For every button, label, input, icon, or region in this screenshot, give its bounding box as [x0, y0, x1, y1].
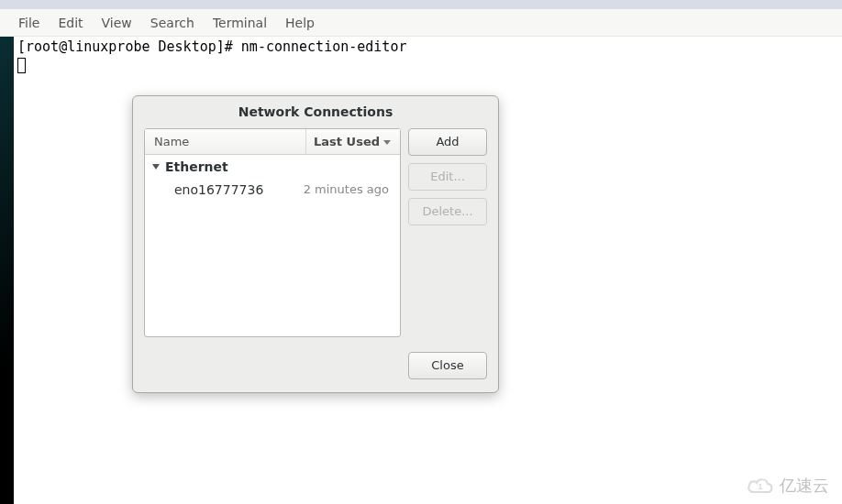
window-chrome-top	[0, 0, 842, 9]
network-connections-dialog: Network Connections Name Last Used Ether…	[132, 95, 499, 393]
menu-edit[interactable]: Edit	[49, 12, 92, 34]
watermark-text: 亿速云	[780, 475, 829, 497]
dialog-title: Network Connections	[133, 96, 498, 128]
column-header-name[interactable]: Name	[145, 129, 306, 154]
menu-terminal[interactable]: Terminal	[204, 12, 276, 34]
terminal-window: File Edit View Search Terminal Help	[0, 9, 842, 37]
terminal-cursor	[17, 58, 26, 73]
edit-button: Edit...	[408, 163, 487, 191]
terminal-prompt: [root@linuxprobe Desktop]#	[17, 38, 241, 55]
terminal-command: nm-connection-editor	[241, 38, 407, 55]
list-rows: Ethernet eno16777736 2 minutes ago	[145, 155, 400, 336]
list-header: Name Last Used	[145, 129, 400, 155]
connection-name: eno16777736	[174, 182, 304, 197]
connection-group-label: Ethernet	[165, 159, 228, 174]
menu-help[interactable]: Help	[276, 12, 324, 34]
expander-icon[interactable]	[152, 164, 160, 170]
menu-file[interactable]: File	[9, 12, 49, 34]
watermark: 1 亿速云	[747, 475, 829, 497]
terminal-menubar: File Edit View Search Terminal Help	[0, 9, 842, 37]
chevron-down-icon	[383, 140, 391, 145]
delete-button: Delete...	[408, 198, 487, 225]
column-header-last-used-label: Last Used	[314, 135, 380, 148]
desktop-background-strip	[0, 37, 14, 504]
connection-group-row[interactable]: Ethernet	[145, 155, 400, 179]
add-button[interactable]: Add	[408, 128, 487, 156]
svg-text:1: 1	[758, 482, 762, 491]
terminal-output[interactable]: [root@linuxprobe Desktop]# nm-connection…	[14, 37, 842, 74]
cloud-icon: 1	[747, 476, 774, 496]
menu-search[interactable]: Search	[141, 12, 204, 34]
connection-list[interactable]: Name Last Used Ethernet eno16777736 2 mi…	[144, 128, 401, 337]
dialog-button-column: Add Edit... Delete...	[408, 128, 487, 337]
connection-last-used: 2 minutes ago	[304, 182, 393, 197]
connection-row[interactable]: eno16777736 2 minutes ago	[145, 179, 400, 201]
menu-view[interactable]: View	[93, 12, 141, 34]
dialog-footer: Close	[133, 346, 498, 392]
column-header-last-used[interactable]: Last Used	[306, 129, 400, 154]
close-button[interactable]: Close	[408, 352, 487, 379]
